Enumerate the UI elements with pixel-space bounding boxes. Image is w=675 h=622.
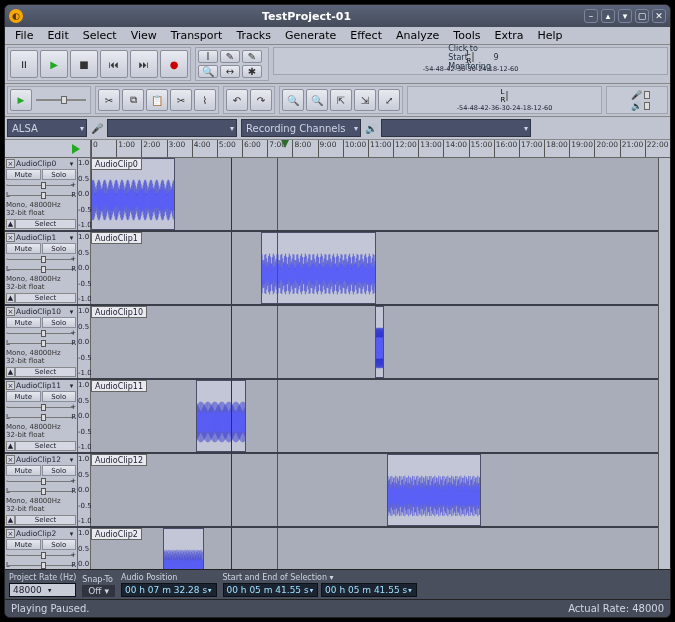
track-waveform-area[interactable]: AudioClip10 — [91, 306, 658, 378]
redo-button[interactable]: ↷ — [250, 89, 272, 111]
track-menu-button[interactable]: ▾ — [67, 159, 76, 168]
track-select-button[interactable]: Select — [15, 293, 76, 303]
track-waveform-area[interactable]: AudioClip12 — [91, 454, 658, 526]
zoom-toggle-button[interactable]: ⤢ — [378, 89, 400, 111]
track-collapse-button[interactable]: ▲ — [6, 219, 15, 229]
playhead-marker[interactable] — [281, 140, 289, 148]
track-select-button[interactable]: Select — [15, 367, 76, 377]
menu-effect[interactable]: Effect — [344, 28, 388, 43]
track-gain-slider[interactable]: -+ — [6, 552, 76, 560]
draw-tool-button[interactable]: ✎ — [242, 50, 262, 63]
track-gain-slider[interactable]: -+ — [6, 182, 76, 190]
track-menu-button[interactable]: ▾ — [67, 307, 76, 316]
selection-tool-button[interactable]: I — [198, 50, 218, 63]
window-maximize-button[interactable]: ▢ — [635, 9, 649, 23]
track-menu-button[interactable]: ▾ — [67, 455, 76, 464]
play-button[interactable]: ▶ — [40, 50, 68, 78]
clip-label[interactable]: AudioClip12 — [91, 454, 147, 466]
track-pan-slider[interactable]: LR — [6, 340, 76, 348]
menu-select[interactable]: Select — [77, 28, 123, 43]
undo-button[interactable]: ↶ — [226, 89, 248, 111]
menu-transport[interactable]: Transport — [165, 28, 229, 43]
track-gain-slider[interactable]: -+ — [6, 330, 76, 338]
audio-clip[interactable] — [375, 306, 384, 378]
track-mute-button[interactable]: Mute — [6, 243, 41, 254]
timeshift-tool-button[interactable]: ↔ — [220, 65, 240, 78]
track-select-button[interactable]: Select — [15, 515, 76, 525]
track-menu-button[interactable]: ▾ — [67, 381, 76, 390]
clip-label[interactable]: AudioClip11 — [91, 380, 147, 392]
track-pan-slider[interactable]: LR — [6, 414, 76, 422]
menu-generate[interactable]: Generate — [279, 28, 342, 43]
menu-edit[interactable]: Edit — [41, 28, 74, 43]
track-waveform-area[interactable]: AudioClip0 — [91, 158, 658, 230]
window-maximize-up-button[interactable]: ▴ — [601, 9, 615, 23]
window-minimize-button[interactable]: – — [584, 9, 598, 23]
project-rate-field[interactable]: 48000 ▾ — [9, 583, 76, 597]
clip-label[interactable]: AudioClip1 — [91, 232, 142, 244]
pause-button[interactable]: ⏸ — [10, 50, 38, 78]
menu-tools[interactable]: Tools — [447, 28, 486, 43]
track-pan-slider[interactable]: LR — [6, 192, 76, 200]
track-select-button[interactable]: Select — [15, 219, 76, 229]
track-collapse-button[interactable]: ▲ — [6, 441, 15, 451]
play-at-speed-button[interactable]: ▶ — [10, 89, 32, 111]
track-close-button[interactable]: × — [6, 233, 15, 242]
zoom-tool-button[interactable]: 🔍 — [198, 65, 218, 78]
cut-button[interactable]: ✂ — [98, 89, 120, 111]
menu-extra[interactable]: Extra — [488, 28, 529, 43]
menu-view[interactable]: View — [125, 28, 163, 43]
track-mute-button[interactable]: Mute — [6, 391, 41, 402]
mic-volume[interactable]: 🎤 🔊 — [606, 86, 668, 114]
audio-clip[interactable] — [196, 380, 247, 452]
envelope-tool-button[interactable]: ✎ — [220, 50, 240, 63]
window-maximize-down-button[interactable]: ▾ — [618, 9, 632, 23]
recording-meter[interactable]: LR Click to Start Monitoring 9 -54-48-42… — [273, 47, 668, 75]
clip-label[interactable]: AudioClip2 — [91, 528, 142, 540]
audio-clip[interactable] — [163, 528, 204, 569]
track-menu-button[interactable]: ▾ — [67, 233, 76, 242]
track-mute-button[interactable]: Mute — [6, 317, 41, 328]
audio-host-dropdown[interactable]: ALSA — [7, 119, 87, 137]
clip-label[interactable]: AudioClip0 — [91, 158, 142, 170]
track-mute-button[interactable]: Mute — [6, 465, 41, 476]
snap-to-field[interactable]: Off ▾ — [82, 585, 115, 597]
track-close-button[interactable]: × — [6, 307, 15, 316]
trim-button[interactable]: ✂ — [170, 89, 192, 111]
window-close-button[interactable]: ✕ — [652, 9, 666, 23]
paste-button[interactable]: 📋 — [146, 89, 168, 111]
multi-tool-button[interactable]: ✱ — [242, 65, 262, 78]
vertical-scrollbar[interactable] — [658, 158, 670, 569]
track-close-button[interactable]: × — [6, 381, 15, 390]
playback-meter[interactable]: LR -54-48-42-36-30-24-18-12-60 — [407, 86, 602, 114]
zoom-out-button[interactable]: 🔍 — [306, 89, 328, 111]
fit-project-button[interactable]: ⇲ — [354, 89, 376, 111]
track-close-button[interactable]: × — [6, 159, 15, 168]
menu-file[interactable]: File — [9, 28, 39, 43]
recording-device-dropdown[interactable] — [107, 119, 237, 137]
track-solo-button[interactable]: Solo — [42, 539, 77, 550]
track-solo-button[interactable]: Solo — [42, 317, 77, 328]
track-mute-button[interactable]: Mute — [6, 169, 41, 180]
stop-button[interactable]: ■ — [70, 50, 98, 78]
track-collapse-button[interactable]: ▲ — [6, 515, 15, 525]
copy-button[interactable]: ⧉ — [122, 89, 144, 111]
track-solo-button[interactable]: Solo — [42, 243, 77, 254]
track-solo-button[interactable]: Solo — [42, 391, 77, 402]
track-gain-slider[interactable]: -+ — [6, 478, 76, 486]
track-collapse-button[interactable]: ▲ — [6, 293, 15, 303]
track-select-button[interactable]: Select — [15, 441, 76, 451]
audio-position-field[interactable]: 00 h 07 m 32.28 s▾ — [121, 583, 217, 597]
track-waveform-area[interactable]: AudioClip11 — [91, 380, 658, 452]
silence-button[interactable]: ⌇ — [194, 89, 216, 111]
playback-device-dropdown[interactable] — [381, 119, 531, 137]
track-gain-slider[interactable]: -+ — [6, 256, 76, 264]
audio-clip[interactable] — [261, 232, 376, 304]
track-solo-button[interactable]: Solo — [42, 465, 77, 476]
track-pan-slider[interactable]: LR — [6, 562, 76, 569]
track-pan-slider[interactable]: LR — [6, 488, 76, 496]
track-solo-button[interactable]: Solo — [42, 169, 77, 180]
clip-label[interactable]: AudioClip10 — [91, 306, 147, 318]
menu-help[interactable]: Help — [531, 28, 568, 43]
track-mute-button[interactable]: Mute — [6, 539, 41, 550]
